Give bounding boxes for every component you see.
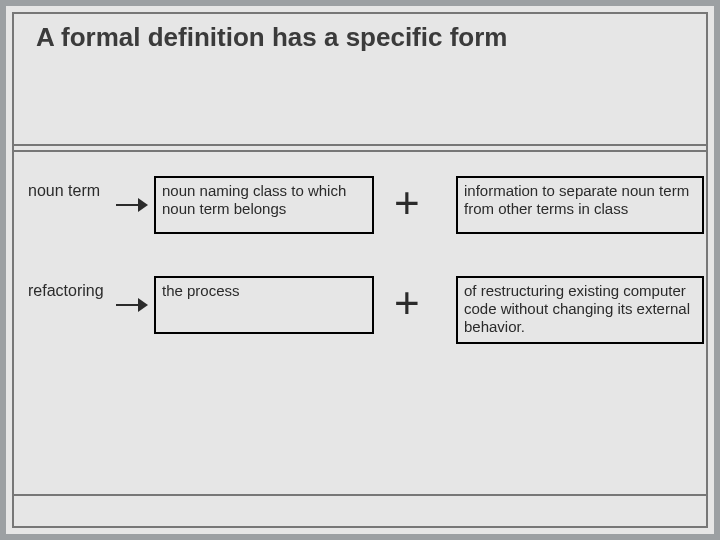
title-underline [14,150,706,152]
arrow-icon [116,298,148,312]
term-label: noun term [28,182,116,200]
term-label: refactoring [28,282,116,300]
arrow-icon [116,198,148,212]
plus-sign: + [394,178,420,228]
slide: A formal definition has a specific form … [0,0,720,540]
slide-title: A formal definition has a specific form [36,22,507,53]
slide-inner-border: A formal definition has a specific form … [12,12,708,528]
footer-rule [14,494,706,496]
differentia-box: information to separate noun term from o… [456,176,704,234]
plus-sign: + [394,278,420,328]
class-box: the process [154,276,374,334]
class-box: noun naming class to which noun term bel… [154,176,374,234]
differentia-box: of restructuring existing computer code … [456,276,704,344]
title-area: A formal definition has a specific form [14,14,706,146]
